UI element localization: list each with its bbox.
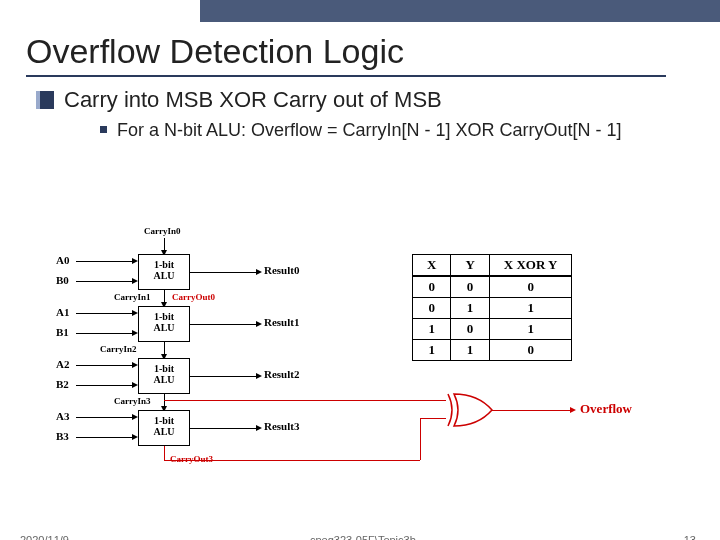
input-b3: B3 <box>56 430 69 442</box>
arrow-right-icon <box>256 425 262 431</box>
wire <box>76 385 134 386</box>
result2: Result2 <box>264 368 299 380</box>
sub-bullet: For a N-bit ALU: Overflow = CarryIn[N - … <box>100 119 660 142</box>
alu-block-2: 1-bit ALU <box>138 358 190 394</box>
carryin0-label: CarryIn0 <box>144 226 181 236</box>
carryout3-label: CarryOut3 <box>170 454 213 464</box>
main-bullet: Carry into MSB XOR Carry out of MSB <box>36 87 720 113</box>
arrow-right-icon <box>132 278 138 284</box>
arrow-right-icon <box>132 382 138 388</box>
slide-title: Overflow Detection Logic <box>26 32 666 77</box>
wire <box>76 437 134 438</box>
carryin3-label: CarryIn3 <box>114 396 151 406</box>
alu-line2: ALU <box>153 270 174 281</box>
input-b1: B1 <box>56 326 69 338</box>
overflow-label: Overflow <box>580 401 632 417</box>
wire <box>76 281 134 282</box>
alu-block-3: 1-bit ALU <box>138 410 190 446</box>
arrow-right-icon <box>256 373 262 379</box>
th-y: Y <box>451 255 489 277</box>
alu-line1: 1-bit <box>154 363 174 374</box>
footer-date: 2020/11/9 <box>20 534 69 540</box>
arrow-right-icon <box>132 414 138 420</box>
arrow-right-icon <box>132 310 138 316</box>
carryout0-label: CarryOut0 <box>172 292 215 302</box>
sub-bullet-text: For a N-bit ALU: Overflow = CarryIn[N - … <box>117 119 622 142</box>
table-row: 0 0 0 <box>413 276 572 298</box>
alu-line1: 1-bit <box>154 415 174 426</box>
carryin2-label: CarryIn2 <box>100 344 137 354</box>
carryin1-label: CarryIn1 <box>114 292 151 302</box>
arrow-right-icon <box>132 258 138 264</box>
footer-path: cpeg323-05F\Topic3b <box>310 534 416 540</box>
wire <box>76 261 134 262</box>
wire <box>190 428 258 429</box>
table-row: 1 0 1 <box>413 319 572 340</box>
input-b2: B2 <box>56 378 69 390</box>
alu-line2: ALU <box>153 374 174 385</box>
table-row: 0 1 1 <box>413 298 572 319</box>
wire <box>76 417 134 418</box>
input-b0: B0 <box>56 274 69 286</box>
th-x: X <box>413 255 451 277</box>
alu-line2: ALU <box>153 426 174 437</box>
alu-line2: ALU <box>153 322 174 333</box>
square-bullet-icon <box>100 126 107 133</box>
wire <box>190 324 258 325</box>
input-a3: A3 <box>56 410 69 422</box>
input-a2: A2 <box>56 358 69 370</box>
wire-red <box>164 400 446 401</box>
wire-red <box>420 418 421 460</box>
result3: Result3 <box>264 420 299 432</box>
arrow-right-icon <box>132 434 138 440</box>
th-xor: X XOR Y <box>489 255 572 277</box>
arrow-right-icon <box>256 321 262 327</box>
wire <box>76 313 134 314</box>
diagram: CarryIn0 1-bit ALU A0 B0 Result0 CarryIn… <box>36 240 676 490</box>
table-row: 1 1 0 <box>413 340 572 361</box>
wire-red <box>164 446 165 460</box>
alu-block-0: 1-bit ALU <box>138 254 190 290</box>
slide-top-bar <box>0 0 720 22</box>
alu-line1: 1-bit <box>154 311 174 322</box>
bullet-icon <box>36 91 54 109</box>
arrow-right-icon <box>570 407 576 413</box>
arrow-right-icon <box>132 330 138 336</box>
result1: Result1 <box>264 316 299 328</box>
arrow-right-icon <box>132 362 138 368</box>
input-a0: A0 <box>56 254 69 266</box>
footer-page-number: 13 <box>684 534 696 540</box>
alu-block-1: 1-bit ALU <box>138 306 190 342</box>
input-a1: A1 <box>56 306 69 318</box>
wire <box>190 376 258 377</box>
result0: Result0 <box>264 264 299 276</box>
xor-truth-table: X Y X XOR Y 0 0 0 0 1 1 1 0 1 1 1 0 <box>412 254 572 361</box>
bullet-text: Carry into MSB XOR Carry out of MSB <box>64 87 442 113</box>
alu-line1: 1-bit <box>154 259 174 270</box>
wire <box>190 272 258 273</box>
arrow-right-icon <box>256 269 262 275</box>
wire-red <box>492 410 572 411</box>
wire <box>76 333 134 334</box>
wire <box>76 365 134 366</box>
